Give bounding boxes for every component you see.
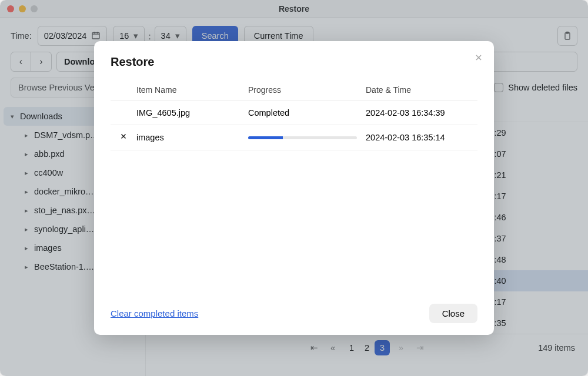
progress-bar [248,136,357,139]
progress-text: Completed [248,108,289,118]
modal-row: IMG_4605.jpgCompleted2024-02-03 16:34:39 [111,101,477,125]
modal-row-name: images [136,133,248,142]
modal-title: Restore [111,55,477,69]
modal-footer: Clear completed items Close [111,297,477,323]
close-button[interactable]: Close [429,304,477,323]
modal-row-name: IMG_4605.jpg [136,108,248,118]
clear-completed-link[interactable]: Clear completed items [111,308,198,318]
app-window: Restore Time: 02/03/2024 16 ▾ : 34 ▾ Sea… [0,0,588,376]
modal-table: Item Name Progress Date & Time IMG_4605.… [111,79,477,297]
modal-col-progress: Progress [248,85,366,95]
modal-row-date: 2024-02-03 16:34:39 [366,108,477,118]
modal-col-name: Item Name [136,85,248,95]
modal-header-row: Item Name Progress Date & Time [111,79,477,101]
modal-row: images2024-02-03 16:35:14 [111,125,477,150]
modal-col-date: Date & Time [366,85,477,95]
cancel-icon[interactable] [119,132,128,143]
close-icon [474,53,483,62]
modal-close-button[interactable] [474,52,483,65]
modal-row-date: 2024-02-03 16:35:14 [366,133,477,142]
modal-scrim: Restore Item Name Progress Date & Time I… [0,0,588,376]
restore-modal: Restore Item Name Progress Date & Time I… [94,41,494,335]
